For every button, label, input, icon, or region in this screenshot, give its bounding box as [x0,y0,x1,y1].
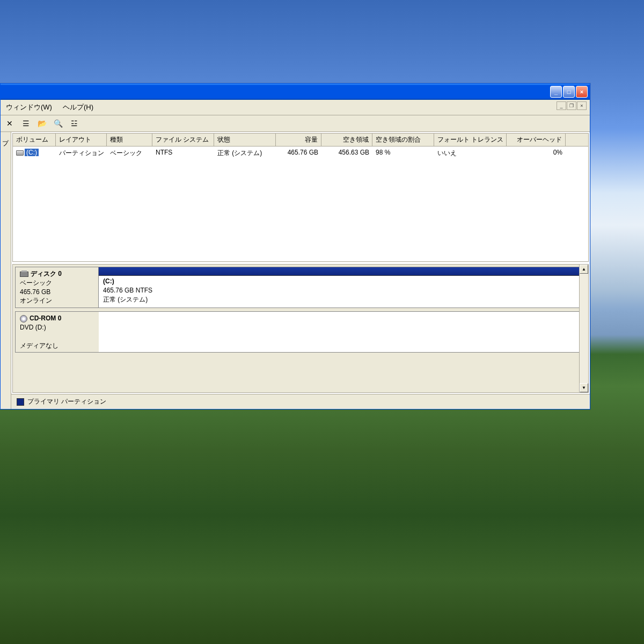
volume-row-c[interactable]: (C:) パーティション ベーシック NTFS 正常 (システム) 465.76… [13,147,588,160]
cdrom-0-info: CD-ROM 0 DVD (D:) メディアなし [16,312,99,352]
search-icon[interactable]: 🔍 [52,118,64,129]
mdi-close-button[interactable]: × [577,101,587,110]
cell-freepct: 98 % [372,148,434,159]
col-overhead[interactable]: オーバーヘッド [507,134,566,146]
col-type[interactable]: 種類 [107,134,152,146]
left-tab-label: プ [2,134,9,142]
volume-label: (C:) [25,149,39,156]
cd-icon [20,315,27,323]
cell-overhead: 0% [507,148,566,159]
cdrom-row-0[interactable]: CD-ROM 0 DVD (D:) メディアなし [15,311,586,353]
volume-list-header: ボリューム レイアウト 種類 ファイル システム 状態 容量 空き領域 空き領域… [13,134,588,147]
hdd-icon [20,272,28,277]
partition-color-bar [99,267,586,276]
menubar: ウィンドウ(W) ヘルプ(H) _ ❐ × [1,100,590,115]
scroll-up-button[interactable]: ▲ [580,265,588,274]
col-status[interactable]: 状態 [214,134,276,146]
cdrom-type: DVD (D:) [20,324,46,331]
cell-type: ベーシック [107,148,152,159]
menu-help[interactable]: ヘルプ(H) [61,101,96,113]
content-area: プ ボリューム レイアウト 種類 ファイル システム 状態 容量 空き領域 空き… [1,132,590,409]
col-volume[interactable]: ボリューム [13,134,56,146]
legend-primary-label: プライマリ パーティション [27,397,106,406]
col-layout[interactable]: レイアウト [56,134,107,146]
cell-capacity: 465.76 GB [276,148,321,159]
desktop-background: _ □ × ウィンドウ(W) ヘルプ(H) _ ❐ × ✕ ☰ 📂 🔍 ☳ プ [0,0,644,644]
legend-bar: プライマリ パーティション [11,394,590,409]
cell-fault: いいえ [434,148,507,159]
disk-graphical-view: ディスク 0 ベーシック 465.76 GB オンライン (C:) 465.76… [12,264,589,393]
disk-0-type: ベーシック [20,279,52,287]
col-freepct[interactable]: 空き領域の割合 [372,134,434,146]
cell-status: 正常 (システム) [214,148,276,159]
cell-free: 456.63 GB [321,148,372,159]
open-folder-icon[interactable]: 📂 [36,118,48,129]
volume-list: ボリューム レイアウト 種類 ファイル システム 状態 容量 空き領域 空き領域… [12,133,589,262]
disk-0-info: ディスク 0 ベーシック 465.76 GB オンライン [16,267,99,308]
mdi-restore-button[interactable]: ❐ [567,101,576,110]
vertical-scrollbar[interactable]: ▲ ▼ [579,265,588,392]
cdrom-state: メディアなし [20,342,58,349]
partition-status: 正常 (システム) [103,296,148,303]
scroll-track[interactable] [580,274,588,383]
disk-0-state: オンライン [20,297,52,304]
drive-icon [16,150,24,156]
cdrom-empty-area [99,312,586,352]
minimize-button[interactable]: _ [550,86,562,98]
cdrom-title: CD-ROM 0 [30,314,61,322]
window-titlebar: _ □ × [1,84,590,100]
scroll-down-button[interactable]: ▼ [580,383,588,392]
legend-primary-swatch [17,398,24,406]
maximize-button[interactable]: □ [563,86,575,98]
left-tab-strip[interactable]: プ [1,132,11,409]
col-fault[interactable]: フォールト トレランス [434,134,507,146]
properties-icon[interactable]: ☰ [20,118,32,129]
disk-row-0[interactable]: ディスク 0 ベーシック 465.76 GB オンライン (C:) 465.76… [15,267,586,308]
disk-management-window: _ □ × ウィンドウ(W) ヘルプ(H) _ ❐ × ✕ ☰ 📂 🔍 ☳ プ [0,83,590,409]
partition-size: 465.76 GB NTFS [103,287,152,294]
cell-layout: パーティション [56,148,107,159]
menu-window[interactable]: ウィンドウ(W) [4,101,54,113]
refresh-icon[interactable]: ☳ [68,118,80,129]
disk-0-partition-c[interactable]: (C:) 465.76 GB NTFS 正常 (システム) [99,267,586,308]
disk-0-size: 465.76 GB [20,288,50,296]
col-capacity[interactable]: 容量 [276,134,321,146]
toolbar: ✕ ☰ 📂 🔍 ☳ [1,115,590,132]
cell-filesystem: NTFS [152,148,214,159]
main-panel: ボリューム レイアウト 種類 ファイル システム 状態 容量 空き領域 空き領域… [11,132,590,409]
close-button[interactable]: × [576,86,588,98]
disk-0-title: ディスク 0 [31,270,62,277]
partition-body: (C:) 465.76 GB NTFS 正常 (システム) [99,276,586,308]
col-filesystem[interactable]: ファイル システム [152,134,214,146]
delete-icon[interactable]: ✕ [4,118,16,129]
mdi-minimize-button[interactable]: _ [557,101,566,110]
col-free[interactable]: 空き領域 [321,134,372,146]
partition-label: (C:) [103,277,114,285]
